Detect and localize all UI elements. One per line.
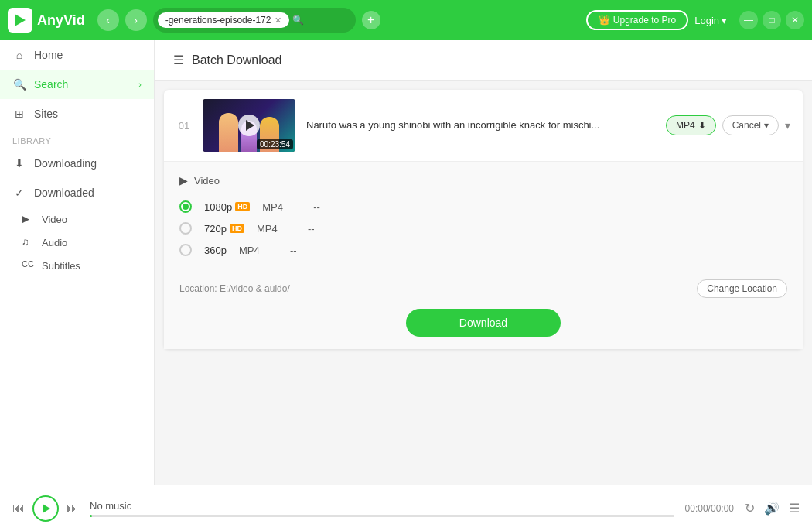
player-info: No music: [90, 500, 674, 517]
play-button[interactable]: [32, 495, 59, 522]
content-area: ☰ Batch Download 01 00:23:54: [155, 40, 812, 485]
quality-format-720p: MP4: [257, 223, 295, 235]
sidebar-search-label: Search: [34, 78, 68, 91]
quality-size-1080p: --: [313, 201, 320, 213]
video-info: Naruto was a young shinobi with an incor…: [306, 118, 655, 132]
player-right-controls: ↻ 🔊 ☰: [745, 501, 800, 516]
sidebar-item-search[interactable]: 🔍 Search ›: [0, 70, 154, 99]
sidebar-item-subtitles[interactable]: CC Subtitles: [0, 254, 154, 277]
playlist-button[interactable]: ☰: [789, 501, 800, 516]
sidebar-subtitles-label: Subtitles: [42, 260, 80, 272]
back-button[interactable]: ‹: [97, 9, 119, 31]
forward-button[interactable]: ›: [125, 9, 147, 31]
video-number: 01: [176, 120, 192, 132]
format-download-icon: ⬇: [698, 120, 706, 131]
next-button[interactable]: ⏭: [67, 502, 79, 516]
tab-bar: -generations-episode-172 ✕ 🔍: [153, 8, 356, 33]
hd-badge-1080p: HD: [235, 202, 250, 211]
video-header: 01 00:23:54 Naruto was a young shinobi w…: [164, 90, 803, 161]
play-triangle-icon: [246, 120, 254, 131]
play-overlay: [238, 115, 260, 136]
quality-size-360p: --: [290, 245, 297, 256]
minimize-button[interactable]: —: [739, 11, 758, 29]
sidebar-sites-label: Sites: [34, 108, 58, 120]
video-section-icon: ▶: [179, 174, 188, 187]
app-name: AnyVid: [37, 12, 85, 29]
quality-label-720p: 720p HD: [204, 223, 244, 235]
login-button[interactable]: Login ▾: [694, 15, 727, 26]
play-icon: [43, 504, 50, 513]
sidebar-item-video[interactable]: ▶ Video: [0, 207, 154, 231]
window-controls: — □ ✕: [739, 11, 804, 29]
add-tab-button[interactable]: +: [362, 11, 380, 29]
login-chevron-icon: ▾: [722, 15, 727, 26]
video-duration: 00:23:54: [257, 139, 293, 149]
search-icon: 🔍: [12, 77, 26, 91]
sidebar-item-audio[interactable]: ♫ Audio: [0, 231, 154, 254]
titlebar: AnyVid ‹ › -generations-episode-172 ✕ 🔍 …: [0, 0, 812, 40]
upgrade-button[interactable]: 👑 Upgrade to Pro: [586, 10, 688, 30]
home-icon: ⌂: [12, 48, 26, 62]
upgrade-icon: 👑: [599, 15, 610, 26]
sidebar-home-label: Home: [34, 49, 63, 61]
batch-icon: ☰: [173, 53, 184, 67]
sidebar-item-downloading[interactable]: ⬇ Downloading: [0, 149, 154, 178]
sidebar-item-downloaded[interactable]: ✓ Downloaded: [0, 178, 154, 207]
audio-icon: ♫: [22, 236, 34, 248]
tab-item[interactable]: -generations-episode-172 ✕: [158, 12, 290, 28]
format-label: MP4: [676, 120, 695, 131]
quality-radio-360p[interactable]: [179, 244, 192, 256]
player-bar: ⏮ ⏭ No music 00:00/00:00 ↻ 🔊 ☰: [0, 485, 812, 531]
sidebar-downloading-label: Downloading: [34, 157, 97, 170]
sites-icon: ⊞: [12, 107, 26, 121]
quality-row-720p: 720p HD MP4 --: [179, 218, 787, 239]
video-actions: MP4 ⬇ Cancel ▾ ▾: [666, 115, 790, 135]
sidebar-search-arrow-icon: ›: [138, 80, 142, 89]
volume-button[interactable]: 🔊: [764, 501, 780, 516]
quality-radio-1080p[interactable]: [179, 200, 192, 213]
batch-title: Batch Download: [192, 53, 282, 67]
player-progress[interactable]: [90, 515, 674, 517]
quality-size-720p: --: [308, 223, 315, 235]
change-location-button[interactable]: Change Location: [697, 279, 787, 298]
location-row: Location: E:/video & auido/ Change Locat…: [179, 272, 787, 298]
quality-panel: ▶ Video 1080p HD MP4 -- 720p HD: [164, 161, 803, 349]
player-time: 00:00/00:00: [685, 503, 734, 514]
location-text: Location: E:/video & auido/: [179, 283, 290, 294]
sidebar-downloaded-label: Downloaded: [34, 187, 94, 199]
video-card: 01 00:23:54 Naruto was a young shinobi w…: [164, 90, 803, 349]
repeat-button[interactable]: ↻: [745, 501, 755, 516]
sidebar-item-sites[interactable]: ⊞ Sites: [0, 99, 154, 128]
format-button[interactable]: MP4 ⬇: [666, 115, 716, 135]
quality-radio-720p[interactable]: [179, 222, 192, 235]
video-title: Naruto was a young shinobi with an incor…: [306, 118, 655, 132]
quality-format-360p: MP4: [239, 245, 278, 256]
batch-header: ☰ Batch Download: [155, 40, 812, 81]
quality-section-title: ▶ Video: [179, 174, 787, 187]
logo-area: AnyVid: [8, 8, 85, 33]
main-layout: ⌂ Home 🔍 Search › ⊞ Sites Library ⬇ Down…: [0, 40, 812, 485]
tab-close-icon[interactable]: ✕: [275, 15, 281, 26]
cancel-label: Cancel: [732, 120, 761, 131]
cancel-chevron-icon: ▾: [764, 120, 769, 131]
downloaded-icon: ✓: [12, 186, 26, 200]
video-thumbnail: 00:23:54: [203, 99, 295, 152]
quality-row-360p: 360p MP4 --: [179, 239, 787, 261]
sidebar-audio-label: Audio: [42, 237, 67, 248]
sidebar-item-home[interactable]: ⌂ Home: [0, 40, 154, 70]
hd-badge-720p: HD: [230, 224, 244, 233]
quality-format-1080p: MP4: [262, 201, 301, 213]
cancel-button[interactable]: Cancel ▾: [722, 115, 779, 135]
player-progress-fill: [90, 515, 92, 517]
char1: [219, 113, 238, 152]
previous-button[interactable]: ⏮: [12, 502, 25, 516]
maximize-button[interactable]: □: [763, 11, 781, 29]
logo-icon: [8, 8, 32, 33]
player-controls: ⏮ ⏭: [12, 495, 79, 522]
close-button[interactable]: ✕: [786, 11, 804, 29]
quality-label-1080p: 1080p HD: [204, 201, 250, 213]
expand-button[interactable]: ▾: [785, 119, 790, 132]
downloading-icon: ⬇: [12, 156, 26, 170]
download-button[interactable]: Download: [406, 309, 561, 337]
quality-label-360p: 360p: [204, 245, 227, 256]
